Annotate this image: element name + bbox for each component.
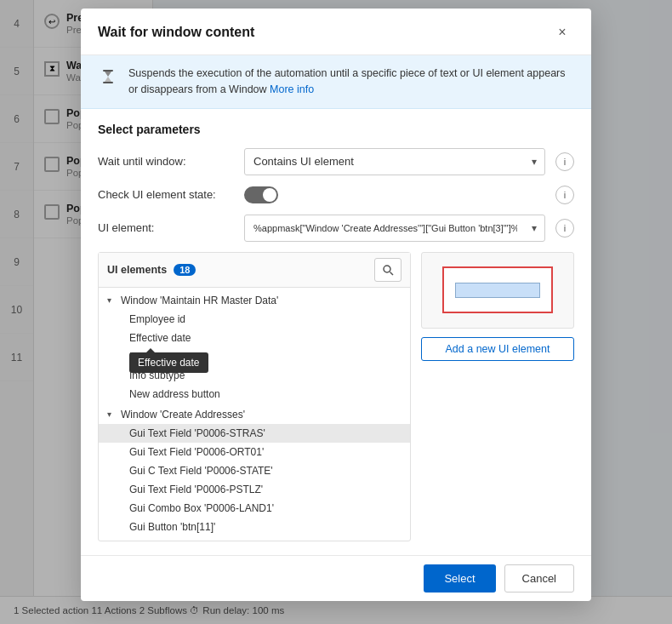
check-ui-state-label: Check UI element state: <box>98 188 234 201</box>
wait-until-select[interactable]: Contains UI element Contains text Does n… <box>244 148 545 175</box>
tree-group-label-1: Window 'Maintain HR Master Data' <box>121 295 278 306</box>
wait-until-info-button[interactable]: i <box>555 152 574 171</box>
tree-item-effective-date-label: Effective date <box>129 332 191 344</box>
svg-point-2 <box>384 266 390 272</box>
wait-until-control: Contains UI element Contains text Does n… <box>244 148 545 175</box>
ui-element-select[interactable]: %appmask["Window 'Create Addresses'"]["G… <box>244 215 545 242</box>
cancel-button[interactable]: Cancel <box>504 564 574 593</box>
tree-item-new-address-button[interactable]: New address button <box>99 385 410 404</box>
tree-item-state[interactable]: Gui C Text Field 'P0006-STATE' <box>99 461 410 480</box>
tree-item-btn3[interactable]: Gui Button 'btn[3]' <box>99 536 410 541</box>
modal-body: Select parameters Wait until window: Con… <box>81 109 591 555</box>
check-ui-state-info-button[interactable]: i <box>555 186 574 204</box>
search-icon <box>382 264 394 276</box>
select-button[interactable]: Select <box>424 564 495 593</box>
tree-group-header-1[interactable]: ▾ Window 'Maintain HR Master Data' <box>99 291 410 310</box>
tree-item-btn11[interactable]: Gui Button 'btn[11]' <box>99 518 410 536</box>
add-new-ui-element-button[interactable]: Add a new UI element <box>421 337 574 361</box>
preview-element-inner <box>455 283 540 298</box>
tree-item-pstlz[interactable]: Gui Text Field 'P0006-PSTLZ' <box>99 480 410 499</box>
tree-group-1: ▾ Window 'Maintain HR Master Data' Emplo… <box>99 291 410 404</box>
modal-footer: Select Cancel <box>81 555 591 601</box>
ui-element-label: UI element: <box>98 221 234 234</box>
info-description: Suspends the execution of the automation… <box>128 67 566 95</box>
tree-group-header-2[interactable]: ▾ Window 'Create Addresses' <box>99 405 410 424</box>
ui-elements-section: UI elements 18 ▾ <box>98 252 574 541</box>
tree-item-employee-id[interactable]: Employee id <box>99 310 410 329</box>
preview-element-frame <box>442 266 553 313</box>
ui-elements-panel: UI elements 18 ▾ <box>98 252 411 541</box>
svg-line-3 <box>390 272 394 275</box>
info-banner-text: Suspends the execution of the automation… <box>128 66 574 98</box>
ui-elements-search-button[interactable] <box>374 258 401 282</box>
check-ui-state-control <box>244 186 545 203</box>
tree-group-label-2: Window 'Create Addresses' <box>121 409 245 421</box>
check-ui-state-toggle[interactable] <box>244 186 278 203</box>
tree-item-ort01[interactable]: Gui Text Field 'P0006-ORT01' <box>99 443 410 461</box>
more-info-link[interactable]: More info <box>270 83 314 95</box>
modal-header: Wait for window content × <box>81 9 591 55</box>
ui-elements-label: UI elements <box>107 264 167 276</box>
svg-rect-0 <box>103 70 113 72</box>
modal-close-button[interactable]: × <box>550 20 574 44</box>
preview-box <box>421 252 574 329</box>
tree-item-stras[interactable]: Gui Text Field 'P0006-STRAS' <box>99 424 410 443</box>
modal-dialog: Wait for window content × Suspends the e… <box>81 9 591 601</box>
tree-group-2: ▾ Window 'Create Addresses' Gui Text Fie… <box>99 405 410 541</box>
modal-title: Wait for window content <box>98 25 254 40</box>
tree-item-effective-date[interactable]: Effective date Effective date <box>99 329 410 347</box>
ui-element-row: UI element: %appmask["Window 'Create Add… <box>98 215 574 242</box>
check-ui-state-row: Check UI element state: i <box>98 186 574 204</box>
ui-elements-tree: ▾ Window 'Maintain HR Master Data' Emplo… <box>99 288 410 541</box>
tree-item-land1[interactable]: Gui Combo Box 'P0006-LAND1' <box>99 499 410 518</box>
preview-panel: Add a new UI element <box>421 252 574 541</box>
tree-chevron-1: ▾ <box>107 295 117 305</box>
section-title: Select parameters <box>98 123 574 136</box>
info-hourglass-icon <box>98 66 118 87</box>
wait-until-row: Wait until window: Contains UI element C… <box>98 148 574 175</box>
info-banner: Suspends the execution of the automation… <box>81 55 591 109</box>
tree-chevron-2: ▾ <box>107 409 117 419</box>
ui-elements-header: UI elements 18 <box>99 253 410 288</box>
svg-rect-1 <box>103 82 113 83</box>
ui-element-control: %appmask["Window 'Create Addresses'"]["G… <box>244 215 545 242</box>
wait-until-label: Wait until window: <box>98 155 234 168</box>
effective-date-tooltip: Effective date <box>129 352 208 373</box>
modal-overlay: Wait for window content × Suspends the e… <box>0 0 672 624</box>
ui-elements-count-badge: 18 <box>174 264 196 276</box>
ui-element-info-button[interactable]: i <box>555 219 574 238</box>
